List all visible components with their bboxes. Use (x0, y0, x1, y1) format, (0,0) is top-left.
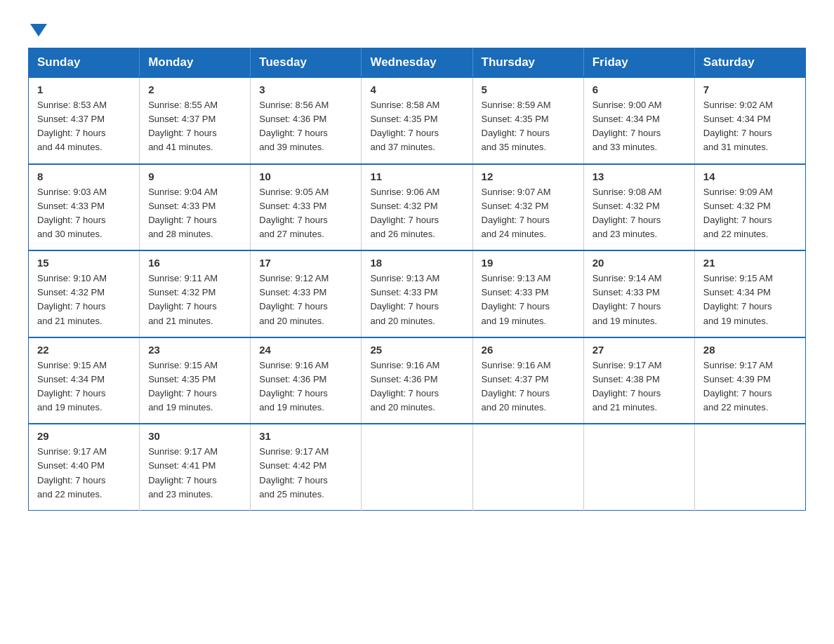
day-info: Sunrise: 9:10 AM Sunset: 4:32 PM Dayligh… (37, 271, 131, 328)
day-info: Sunrise: 9:17 AM Sunset: 4:41 PM Dayligh… (148, 445, 241, 502)
calendar-day-cell: 24 Sunrise: 9:16 AM Sunset: 4:36 PM Dayl… (251, 337, 362, 424)
days-of-week-row: SundayMondayTuesdayWednesdayThursdayFrid… (29, 48, 806, 78)
day-info: Sunrise: 9:05 AM Sunset: 4:33 PM Dayligh… (259, 185, 352, 242)
calendar-body: 1 Sunrise: 8:53 AM Sunset: 4:37 PM Dayli… (29, 77, 806, 510)
day-number: 22 (37, 344, 131, 356)
day-number: 27 (593, 344, 686, 356)
day-number: 10 (259, 170, 352, 182)
day-number: 7 (703, 83, 797, 95)
day-info: Sunrise: 9:16 AM Sunset: 4:36 PM Dayligh… (370, 358, 463, 415)
calendar-day-cell: 27 Sunrise: 9:17 AM Sunset: 4:38 PM Dayl… (583, 337, 694, 424)
day-info: Sunrise: 9:07 AM Sunset: 4:32 PM Dayligh… (482, 185, 575, 242)
day-info: Sunrise: 9:17 AM Sunset: 4:38 PM Dayligh… (593, 358, 686, 415)
day-number: 26 (482, 344, 575, 356)
calendar-day-cell: 6 Sunrise: 9:00 AM Sunset: 4:34 PM Dayli… (583, 77, 694, 164)
day-info: Sunrise: 9:06 AM Sunset: 4:32 PM Dayligh… (370, 185, 463, 242)
day-number: 5 (482, 83, 575, 95)
calendar-day-cell: 30 Sunrise: 9:17 AM Sunset: 4:41 PM Dayl… (140, 424, 251, 510)
day-number: 28 (703, 344, 797, 356)
calendar-day-cell: 12 Sunrise: 9:07 AM Sunset: 4:32 PM Dayl… (472, 164, 583, 251)
day-info: Sunrise: 9:15 AM Sunset: 4:34 PM Dayligh… (703, 271, 797, 328)
calendar-day-cell: 21 Sunrise: 9:15 AM Sunset: 4:34 PM Dayl… (694, 250, 805, 337)
day-number: 19 (482, 257, 575, 269)
calendar-day-cell: 14 Sunrise: 9:09 AM Sunset: 4:32 PM Dayl… (694, 164, 805, 251)
calendar-week-row: 1 Sunrise: 8:53 AM Sunset: 4:37 PM Dayli… (29, 77, 806, 164)
calendar-day-cell: 25 Sunrise: 9:16 AM Sunset: 4:36 PM Dayl… (362, 337, 472, 424)
calendar-day-cell: 5 Sunrise: 8:59 AM Sunset: 4:35 PM Dayli… (472, 77, 583, 164)
day-number: 20 (593, 257, 686, 269)
day-number: 23 (148, 344, 241, 356)
day-of-week-header: Saturday (694, 48, 805, 78)
day-number: 9 (148, 170, 241, 182)
calendar-day-cell: 23 Sunrise: 9:15 AM Sunset: 4:35 PM Dayl… (140, 337, 251, 424)
calendar-day-cell: 16 Sunrise: 9:11 AM Sunset: 4:32 PM Dayl… (140, 250, 251, 337)
day-info: Sunrise: 9:11 AM Sunset: 4:32 PM Dayligh… (148, 271, 241, 328)
calendar-day-cell: 7 Sunrise: 9:02 AM Sunset: 4:34 PM Dayli… (694, 77, 805, 164)
day-number: 24 (259, 344, 352, 356)
day-info: Sunrise: 9:00 AM Sunset: 4:34 PM Dayligh… (593, 98, 686, 155)
day-number: 15 (37, 257, 131, 269)
day-of-week-header: Monday (140, 48, 251, 78)
calendar-day-cell: 31 Sunrise: 9:17 AM Sunset: 4:42 PM Dayl… (251, 424, 362, 510)
day-number: 2 (148, 83, 241, 95)
day-info: Sunrise: 9:12 AM Sunset: 4:33 PM Dayligh… (259, 271, 352, 328)
day-info: Sunrise: 9:15 AM Sunset: 4:35 PM Dayligh… (148, 358, 241, 415)
calendar-day-cell (362, 424, 472, 510)
day-of-week-header: Wednesday (362, 48, 472, 78)
day-of-week-header: Thursday (472, 48, 583, 78)
day-info: Sunrise: 9:14 AM Sunset: 4:33 PM Dayligh… (593, 271, 686, 328)
day-number: 25 (370, 344, 463, 356)
day-info: Sunrise: 9:13 AM Sunset: 4:33 PM Dayligh… (482, 271, 575, 328)
calendar-day-cell: 20 Sunrise: 9:14 AM Sunset: 4:33 PM Dayl… (583, 250, 694, 337)
calendar-day-cell: 10 Sunrise: 9:05 AM Sunset: 4:33 PM Dayl… (251, 164, 362, 251)
day-number: 14 (703, 170, 797, 182)
day-number: 13 (593, 170, 686, 182)
day-number: 12 (482, 170, 575, 182)
day-of-week-header: Sunday (29, 48, 140, 78)
page-header (28, 21, 806, 34)
day-info: Sunrise: 9:04 AM Sunset: 4:33 PM Dayligh… (148, 185, 241, 242)
logo-general-text (28, 21, 47, 36)
calendar-day-cell: 1 Sunrise: 8:53 AM Sunset: 4:37 PM Dayli… (29, 77, 140, 164)
calendar-day-cell: 4 Sunrise: 8:58 AM Sunset: 4:35 PM Dayli… (362, 77, 472, 164)
day-of-week-header: Tuesday (251, 48, 362, 78)
logo-arrow-icon (30, 24, 47, 36)
calendar-day-cell: 17 Sunrise: 9:12 AM Sunset: 4:33 PM Dayl… (251, 250, 362, 337)
calendar-day-cell: 15 Sunrise: 9:10 AM Sunset: 4:32 PM Dayl… (29, 250, 140, 337)
calendar-header: SundayMondayTuesdayWednesdayThursdayFrid… (29, 48, 806, 78)
day-info: Sunrise: 9:16 AM Sunset: 4:36 PM Dayligh… (259, 358, 352, 415)
calendar-day-cell (583, 424, 694, 510)
logo (28, 21, 47, 34)
day-number: 1 (37, 83, 131, 95)
day-info: Sunrise: 8:56 AM Sunset: 4:36 PM Dayligh… (259, 98, 352, 155)
day-info: Sunrise: 9:09 AM Sunset: 4:32 PM Dayligh… (703, 185, 797, 242)
day-number: 16 (148, 257, 241, 269)
calendar-day-cell: 26 Sunrise: 9:16 AM Sunset: 4:37 PM Dayl… (472, 337, 583, 424)
day-info: Sunrise: 9:17 AM Sunset: 4:40 PM Dayligh… (37, 445, 131, 502)
calendar-day-cell: 8 Sunrise: 9:03 AM Sunset: 4:33 PM Dayli… (29, 164, 140, 251)
calendar-week-row: 22 Sunrise: 9:15 AM Sunset: 4:34 PM Dayl… (29, 337, 806, 424)
calendar-week-row: 15 Sunrise: 9:10 AM Sunset: 4:32 PM Dayl… (29, 250, 806, 337)
day-info: Sunrise: 8:59 AM Sunset: 4:35 PM Dayligh… (482, 98, 575, 155)
day-info: Sunrise: 9:08 AM Sunset: 4:32 PM Dayligh… (593, 185, 686, 242)
day-number: 8 (37, 170, 131, 182)
day-of-week-header: Friday (583, 48, 694, 78)
day-info: Sunrise: 8:53 AM Sunset: 4:37 PM Dayligh… (37, 98, 131, 155)
calendar-day-cell: 13 Sunrise: 9:08 AM Sunset: 4:32 PM Dayl… (583, 164, 694, 251)
calendar-day-cell: 22 Sunrise: 9:15 AM Sunset: 4:34 PM Dayl… (29, 337, 140, 424)
calendar-table: SundayMondayTuesdayWednesdayThursdayFrid… (28, 48, 806, 511)
calendar-week-row: 8 Sunrise: 9:03 AM Sunset: 4:33 PM Dayli… (29, 164, 806, 251)
day-number: 3 (259, 83, 352, 95)
day-info: Sunrise: 9:15 AM Sunset: 4:34 PM Dayligh… (37, 358, 131, 415)
day-number: 29 (37, 430, 131, 442)
calendar-day-cell: 3 Sunrise: 8:56 AM Sunset: 4:36 PM Dayli… (251, 77, 362, 164)
calendar-day-cell: 2 Sunrise: 8:55 AM Sunset: 4:37 PM Dayli… (140, 77, 251, 164)
calendar-day-cell (472, 424, 583, 510)
day-info: Sunrise: 8:58 AM Sunset: 4:35 PM Dayligh… (370, 98, 463, 155)
day-info: Sunrise: 9:17 AM Sunset: 4:39 PM Dayligh… (703, 358, 797, 415)
calendar-day-cell: 9 Sunrise: 9:04 AM Sunset: 4:33 PM Dayli… (140, 164, 251, 251)
day-number: 21 (703, 257, 797, 269)
day-number: 17 (259, 257, 352, 269)
day-number: 4 (370, 83, 463, 95)
day-info: Sunrise: 9:16 AM Sunset: 4:37 PM Dayligh… (482, 358, 575, 415)
